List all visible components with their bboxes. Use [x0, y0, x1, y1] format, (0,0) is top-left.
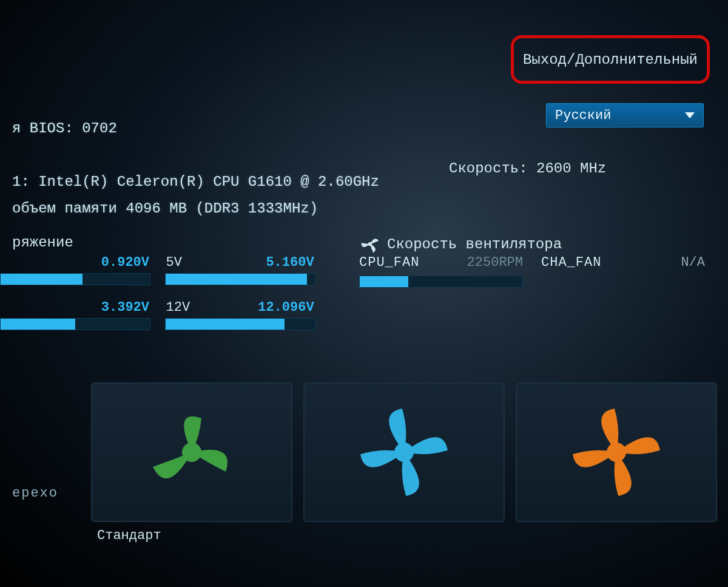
voltage-item: 0.920V [0, 255, 150, 285]
fan-profile-eco[interactable] [91, 382, 292, 522]
voltage-value: 0.920V [101, 255, 149, 271]
voltage-bar [165, 318, 315, 330]
bios-version: я BIOS: 0702 [12, 120, 117, 137]
fan-name: CPU_FAN [359, 255, 419, 273]
memory-info: объем памяти 4096 MB (DDR3 1333MHz) [12, 200, 318, 217]
voltage-bar [165, 273, 315, 285]
system-info: я BIOS: 0702 1: Intel(R) Celeron(R) CPU … [12, 115, 379, 222]
fan-turbo-icon [568, 404, 665, 501]
voltage-item: 3.392V [0, 300, 150, 330]
voltage-bar [0, 318, 150, 330]
fan-speed-title: Скорость вентилятора [387, 236, 562, 253]
voltage-value: 12.096V [258, 300, 314, 316]
cpu-info: 1: Intel(R) Celeron(R) CPU G1610 @ 2.60G… [12, 174, 379, 190]
voltage-item: 5V 5.160V [165, 255, 315, 285]
fan-name: CHA_FAN [541, 255, 601, 273]
voltage-title: ряжение [12, 234, 73, 251]
voltage-fill [166, 274, 308, 285]
voltage-name: 12V [166, 300, 190, 316]
voltage-value: 3.392V [101, 300, 149, 316]
exit-advanced-label: Выход/Дополнительный [523, 52, 698, 68]
voltage-name: 5V [166, 255, 182, 271]
fan-speed-title-row: Скорость вентилятора [359, 233, 562, 255]
cpu-speed: Скорость: 2600 MHz [449, 160, 606, 177]
fan-value: N/A [681, 255, 705, 273]
fan-standard-icon [356, 404, 453, 501]
voltage-bar [0, 273, 150, 285]
fan-profile-row [0, 382, 728, 522]
voltage-fill [1, 274, 83, 285]
fan-item-cpu: CPU_FAN 2250RPM [359, 255, 523, 288]
fan-fill [360, 276, 408, 287]
fan-value: 2250RPM [467, 255, 523, 273]
voltage-value: 5.160V [266, 255, 314, 271]
fan-profile-standard[interactable] [303, 382, 505, 522]
fan-item-cha: CHA_FAN N/A [541, 255, 705, 288]
fan-icon [359, 233, 381, 255]
voltage-item: 12V 12.096V [165, 300, 315, 330]
voltage-fill [1, 319, 75, 330]
voltage-fill [166, 319, 285, 330]
fan-eco-icon [143, 404, 240, 501]
profile-label-standard: Стандарт [97, 528, 161, 543]
language-value: Русский [555, 108, 611, 123]
chevron-down-icon [685, 112, 695, 118]
language-selector[interactable]: Русский [546, 103, 704, 127]
exit-advanced-button[interactable]: Выход/Дополнительный [511, 35, 710, 84]
fan-profile-turbo[interactable] [516, 382, 717, 522]
fan-bar [359, 276, 523, 288]
left-trunc-label: ерехо [12, 486, 58, 501]
